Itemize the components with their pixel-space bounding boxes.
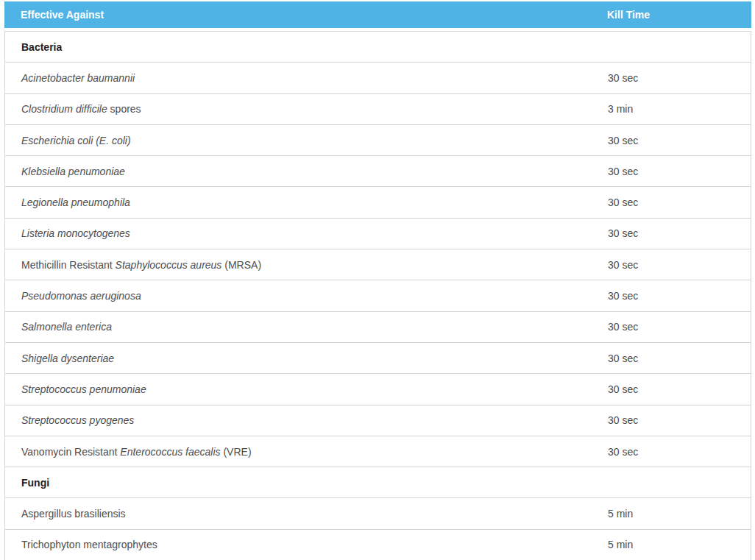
table-row: Shigella dysenteriae30 sec xyxy=(5,343,751,374)
organism-name-segment: Pseudomonas aeruginosa xyxy=(21,290,141,302)
organism-name: Vanomycin Resistant Enterococcus faecali… xyxy=(5,446,607,458)
table-row: Methicillin Resistant Staphylococcus aur… xyxy=(5,249,751,280)
organism-name-segment: spores xyxy=(107,103,141,115)
table-body: BacteriaAcinetobacter baumannii30 secClo… xyxy=(4,31,751,560)
section-title-cell: Fungi xyxy=(5,477,607,489)
kill-time: 30 sec xyxy=(607,290,751,302)
organism-name: Salmonella enterica xyxy=(5,321,607,333)
organism-name-segment: Escherichia coli (E. coli) xyxy=(21,135,131,146)
table-row: Vanomycin Resistant Enterococcus faecali… xyxy=(5,436,751,467)
kill-time: 30 sec xyxy=(607,383,751,395)
kill-time: 3 min xyxy=(607,103,751,115)
organism-name: Trichophyton mentagrophytes xyxy=(5,539,607,550)
organism-name-segment: Klebsiella penumoniae xyxy=(21,166,125,177)
organism-name-segment: Salmonella enterica xyxy=(21,321,112,333)
organism-name: Legionella pneumophila xyxy=(5,196,607,208)
table-row: Listeria monocytogenes30 sec xyxy=(5,219,751,249)
kill-time: 30 sec xyxy=(607,446,751,458)
organism-name-segment: Trichophyton mentagrophytes xyxy=(21,539,157,550)
organism-name-segment: (VRE) xyxy=(221,446,252,458)
organism-name-segment: Acinetobacter baumannii xyxy=(21,72,135,84)
kill-time: 30 sec xyxy=(607,72,751,84)
kill-time: 30 sec xyxy=(607,196,751,208)
organism-name: Streptococcus penumoniae xyxy=(5,383,607,395)
effective-against-table: Effective Against Kill Time BacteriaAcin… xyxy=(4,1,751,560)
table-row: Acinetobacter baumannii30 sec xyxy=(5,63,751,93)
table-header: Effective Against Kill Time xyxy=(4,1,751,28)
table-row: Clostridium difficile spores3 min xyxy=(5,94,751,125)
kill-time: 5 min xyxy=(607,508,751,520)
kill-time: 30 sec xyxy=(607,166,751,177)
organism-name: Klebsiella penumoniae xyxy=(5,166,607,177)
organism-name-segment: Legionella pneumophila xyxy=(21,196,130,208)
organism-name-segment: Aspergillus brasiliensis xyxy=(21,508,126,520)
organism-name-segment: Enterococcus faecalis xyxy=(120,446,220,458)
table-row: Pseudomonas aeruginosa30 sec xyxy=(5,280,751,311)
organism-name: Listeria monocytogenes xyxy=(5,227,607,239)
table-row: Escherichia coli (E. coli)30 sec xyxy=(5,125,751,156)
organism-name: Shigella dysenteriae xyxy=(5,352,607,364)
table-row: Streptococcus penumoniae30 sec xyxy=(5,374,751,405)
kill-time: 30 sec xyxy=(607,321,751,333)
kill-time: 30 sec xyxy=(607,135,751,146)
organism-name-segment: Staphylococcus aureus xyxy=(116,259,222,271)
organism-name: Clostridium difficile spores xyxy=(5,103,607,115)
table-row: Streptococcus pyogenes30 sec xyxy=(5,405,751,436)
kill-time: 30 sec xyxy=(607,414,751,426)
section-row: Fungi xyxy=(5,467,751,498)
header-effective-against: Effective Against xyxy=(4,9,606,21)
table-row: Klebsiella penumoniae30 sec xyxy=(5,156,751,187)
organism-name: Pseudomonas aeruginosa xyxy=(5,290,607,302)
table-row: Aspergillus brasiliensis5 min xyxy=(5,498,751,529)
section-title: Bacteria xyxy=(21,41,62,53)
kill-time: 30 sec xyxy=(607,259,751,271)
organism-name-segment: Vanomycin Resistant xyxy=(21,446,120,458)
organism-name-segment: Methicillin Resistant xyxy=(21,259,116,271)
organism-name: Acinetobacter baumannii xyxy=(5,72,607,84)
organism-name-segment: Streptococcus pyogenes xyxy=(21,414,134,426)
organism-name-segment: Streptococcus penumoniae xyxy=(21,383,146,395)
header-kill-time: Kill Time xyxy=(606,9,751,21)
section-title-cell: Bacteria xyxy=(5,41,607,53)
organism-name-segment: Clostridium difficile xyxy=(21,103,107,115)
organism-name: Escherichia coli (E. coli) xyxy=(5,135,607,146)
kill-time: 5 min xyxy=(607,539,751,550)
organism-name-segment: (MRSA) xyxy=(221,259,261,271)
table-row: Trichophyton mentagrophytes5 min xyxy=(5,530,751,560)
organism-name-segment: Shigella dysenteriae xyxy=(21,352,114,364)
section-title: Fungi xyxy=(21,477,49,489)
kill-time: 30 sec xyxy=(607,227,751,239)
organism-name: Methicillin Resistant Staphylococcus aur… xyxy=(5,259,607,271)
organism-name: Aspergillus brasiliensis xyxy=(5,508,607,520)
organism-name: Streptococcus pyogenes xyxy=(5,414,607,426)
kill-time: 30 sec xyxy=(607,352,751,364)
organism-name-segment: Listeria monocytogenes xyxy=(21,227,130,239)
table-row: Legionella pneumophila30 sec xyxy=(5,187,751,218)
section-row: Bacteria xyxy=(5,32,751,63)
table-row: Salmonella enterica30 sec xyxy=(5,312,751,343)
